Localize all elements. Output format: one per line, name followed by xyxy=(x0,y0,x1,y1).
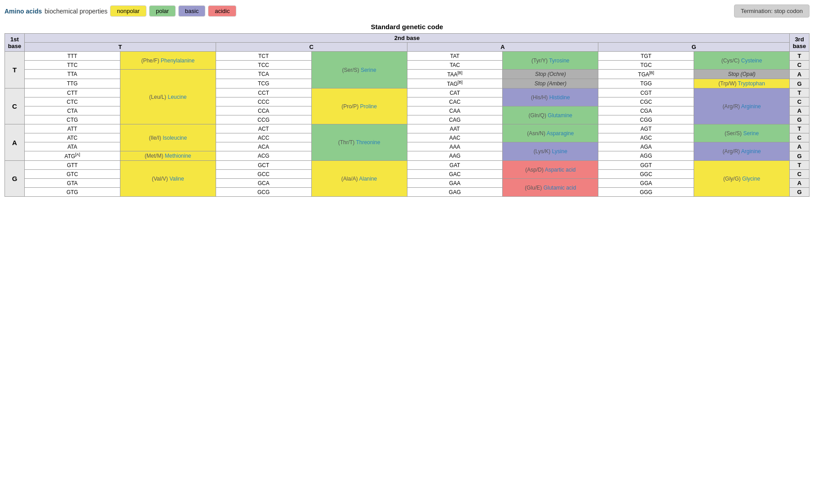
third-base-T1: T xyxy=(790,52,810,61)
legend-bar: Amino acids biochemical properties nonpo… xyxy=(4,4,810,18)
codon-GCC: GCC xyxy=(216,170,311,179)
codon-GAA: GAA xyxy=(407,179,503,188)
codon-CTC: CTC xyxy=(25,97,120,106)
aa-threonine: (Thr/T) Threonine xyxy=(311,124,407,161)
codon-CCG: CCG xyxy=(216,115,311,124)
codon-GCT: GCT xyxy=(216,161,311,170)
first-base-T: T xyxy=(5,52,25,88)
codon-GAG: GAG xyxy=(407,188,503,197)
header-T: T xyxy=(25,43,216,52)
codon-AGT: AGT xyxy=(598,124,694,133)
badge-acidic: acidic xyxy=(208,5,236,17)
codon-GAT: GAT xyxy=(407,161,503,170)
aa-phenylalanine: (Phe/F) Phenylalanine xyxy=(120,52,216,70)
codon-TAG: TAG[B] xyxy=(407,79,503,88)
codon-TCA: TCA xyxy=(216,70,311,79)
aa-lysine: (Lys/K) Lysine xyxy=(503,142,598,161)
aa-glycine: (Gly/G) Glycine xyxy=(694,161,790,197)
codon-GTA: GTA xyxy=(25,179,120,188)
codon-CTG: CTG xyxy=(25,115,120,124)
badge-nonpolar: nonpolar xyxy=(110,5,146,17)
codon-CAT: CAT xyxy=(407,88,503,97)
codon-ATG: ATG[A] xyxy=(25,151,120,161)
codon-AAG: AAG xyxy=(407,151,503,161)
third-base-G4: G xyxy=(790,188,810,197)
first-base-A: A xyxy=(5,124,25,161)
codon-GGC: GGC xyxy=(598,170,694,179)
codon-GTT: GTT xyxy=(25,161,120,170)
codon-ATA: ATA xyxy=(25,142,120,151)
third-base-T4: T xyxy=(790,161,810,170)
codon-TAA: TAA[B] xyxy=(407,70,503,79)
header-C: C xyxy=(216,43,407,52)
table-row: A ATT (Ile/I) Isoleucine ACT (Thr/T) Thr… xyxy=(5,124,810,133)
codon-CGG: CGG xyxy=(598,115,694,124)
third-base-T2: T xyxy=(790,88,810,97)
codon-TAT: TAT xyxy=(407,52,503,61)
aa-tryptophan: (Trp/W) Tryptophan xyxy=(694,79,790,88)
codon-GGT: GGT xyxy=(598,161,694,170)
header-G: G xyxy=(598,43,790,52)
header-A: A xyxy=(407,43,598,52)
codon-AAT: AAT xyxy=(407,124,503,133)
codon-ACG: ACG xyxy=(216,151,311,161)
first-base-C: C xyxy=(5,88,25,124)
codon-TCT: TCT xyxy=(216,52,311,61)
table-row: G GTT (Val/V) Valine GCT (Ala/A) Alanine… xyxy=(5,161,810,170)
header-1st-base: 1stbase xyxy=(5,34,25,52)
codon-GCA: GCA xyxy=(216,179,311,188)
codon-CGC: CGC xyxy=(598,97,694,106)
codon-GCG: GCG xyxy=(216,188,311,197)
codon-CCT: CCT xyxy=(216,88,311,97)
badge-polar: polar xyxy=(149,5,176,17)
aa-glutamine: (Gln/Q) Glutamine xyxy=(503,106,598,124)
codon-CTA: CTA xyxy=(25,106,120,115)
codon-GGG: GGG xyxy=(598,188,694,197)
codon-CCA: CCA xyxy=(216,106,311,115)
aa-leucine: (Leu/L) Leucine xyxy=(120,70,216,124)
table-row: TTA (Leu/L) Leucine TCA TAA[B] Stop (Och… xyxy=(5,70,810,79)
codon-TTC: TTC xyxy=(25,61,120,70)
table-row: T TTT (Phe/F) Phenylalanine TCT (Ser/S) … xyxy=(5,52,810,61)
codon-ACT: ACT xyxy=(216,124,311,133)
third-base-A4: A xyxy=(790,179,810,188)
aa-alanine: (Ala/A) Alanine xyxy=(311,161,407,197)
codon-ATC: ATC xyxy=(25,133,120,142)
header-2nd-base: 2nd base xyxy=(25,34,790,43)
codon-ACC: ACC xyxy=(216,133,311,142)
third-base-G1: G xyxy=(790,79,810,88)
codon-CTT: CTT xyxy=(25,88,120,97)
codon-ACA: ACA xyxy=(216,142,311,151)
codon-CCC: CCC xyxy=(216,97,311,106)
third-base-G2: G xyxy=(790,115,810,124)
codon-TTT: TTT xyxy=(25,52,120,61)
codon-CGT: CGT xyxy=(598,88,694,97)
aa-arginine-1: (Arg/R) Arginine xyxy=(694,88,790,124)
codon-AGG: AGG xyxy=(598,151,694,161)
codon-AAA: AAA xyxy=(407,142,503,151)
aa-proline: (Pro/P) Proline xyxy=(311,88,407,124)
aa-isoleucine: (Ile/I) Isoleucine xyxy=(120,124,216,151)
third-base-C3: C xyxy=(790,133,810,142)
genetic-code-table: 1stbase 2nd base 3rdbase T C A G T TTT (… xyxy=(4,33,810,197)
codon-TGA: TGA[B] xyxy=(598,70,694,79)
codon-TTA: TTA xyxy=(25,70,120,79)
third-base-T3: T xyxy=(790,124,810,133)
aa-stop-ochre: Stop (Ochre) xyxy=(503,70,598,79)
legend-bio-label: biochemical properties xyxy=(44,8,107,15)
aa-cysteine: (Cys/C) Cysteine xyxy=(694,52,790,70)
codon-AGA: AGA xyxy=(598,142,694,151)
third-base-A1: A xyxy=(790,70,810,79)
codon-GAC: GAC xyxy=(407,170,503,179)
codon-ATT: ATT xyxy=(25,124,120,133)
codon-TGT: TGT xyxy=(598,52,694,61)
codon-CAC: CAC xyxy=(407,97,503,106)
header-3rd-base: 3rdbase xyxy=(790,34,810,52)
third-base-A3: A xyxy=(790,142,810,151)
aa-histidine: (His/H) Histidine xyxy=(503,88,598,106)
codon-TAC: TAC xyxy=(407,61,503,70)
codon-AGC: AGC xyxy=(598,133,694,142)
aa-aspartic-acid: (Asp/D) Aspartic acid xyxy=(503,161,598,179)
codon-TGG: TGG xyxy=(598,79,694,88)
third-base-C1: C xyxy=(790,61,810,70)
